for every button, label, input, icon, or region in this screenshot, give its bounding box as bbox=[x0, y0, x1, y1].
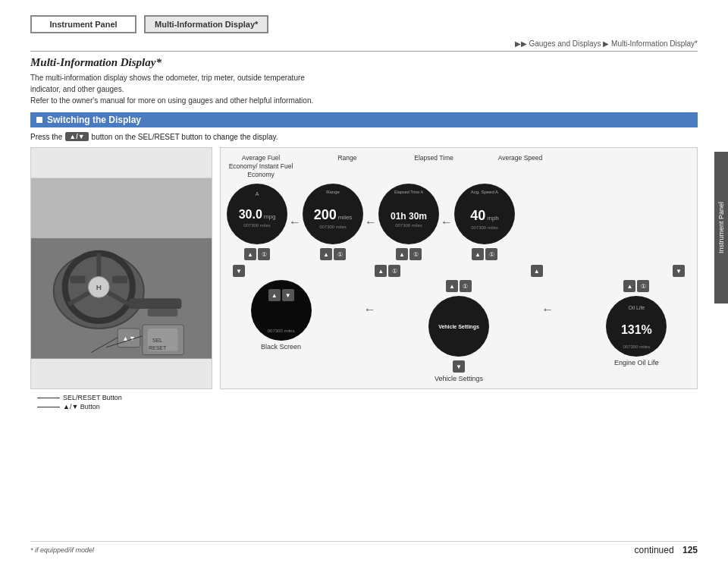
black-screen-label: Black Screen bbox=[261, 343, 301, 351]
right-sidebar: Instrument Panel bbox=[714, 152, 728, 304]
steering-wheel-svg: H SEL RESET ▲▼ bbox=[31, 148, 212, 388]
range-screen-group: Range 200 miles 007300 miles ▲ ① bbox=[303, 184, 363, 260]
svg-rect-10 bbox=[112, 275, 127, 283]
section-description: The multi-information display shows the … bbox=[30, 72, 698, 106]
elapsed-down-btn[interactable]: ① bbox=[410, 248, 422, 260]
fuel-info-btn[interactable]: ▲ bbox=[244, 248, 256, 260]
square-indicator-icon bbox=[36, 117, 42, 123]
main-content: H SEL RESET ▲▼ bbox=[30, 147, 698, 389]
elapsed-odometer: 007300 miles bbox=[395, 223, 422, 228]
oil-odometer: 007300 miles bbox=[623, 344, 650, 349]
settings-up-btn[interactable]: ▲ bbox=[446, 280, 458, 292]
tab-label: Instrument Panel bbox=[49, 20, 117, 29]
breadcrumb: ▶▶ Gauges and Displays ▶ Multi-Informati… bbox=[30, 39, 698, 52]
col-header-elapsed: Elapsed Time bbox=[400, 154, 468, 179]
fuel-value: 30.0 bbox=[239, 208, 262, 222]
oil-value: 131% bbox=[621, 323, 652, 337]
range-down-btn[interactable]: ① bbox=[334, 248, 346, 260]
instruction-text: Press the ▲/▼ button on the SEL/RESET bu… bbox=[30, 132, 698, 141]
svg-text:H: H bbox=[96, 283, 102, 291]
subsection-bar: Switching the Display bbox=[30, 112, 698, 127]
car-labels: SEL/RESET Button ▲/▼ Button bbox=[31, 391, 212, 415]
arrow-elapsed-to-speed: ← bbox=[441, 215, 453, 229]
settings-info-btn[interactable]: ① bbox=[460, 280, 472, 292]
label-line bbox=[37, 398, 60, 398]
fuel-down-btn[interactable]: ① bbox=[258, 248, 270, 260]
up-down-button-icon: ▲/▼ bbox=[65, 132, 88, 141]
settings-screen-label: Vehicle Settings bbox=[435, 375, 483, 382]
fuel-odometer: 007300 miles bbox=[243, 223, 271, 228]
black-down2-btn[interactable]: ▼ bbox=[282, 289, 294, 301]
col-header-fuel: Average Fuel Economy/ Instant Fuel Econo… bbox=[227, 154, 295, 179]
oil-sub-label: Oil Life bbox=[628, 305, 645, 310]
speed-value: 40 bbox=[470, 208, 485, 224]
fuel-unit: mpg bbox=[264, 213, 276, 220]
range-screen: Range 200 miles 007300 miles bbox=[303, 184, 363, 244]
fuel-screen-group: A 30.0 mpg 007300 miles ▲ ① bbox=[227, 184, 287, 260]
speed-screen-group: Avg. Speed A 40 mph 007300 miles ▲ ① bbox=[454, 184, 515, 260]
arrow-settings-to-oil: ← bbox=[541, 303, 554, 316]
arrow-fuel-to-range: ← bbox=[289, 215, 301, 229]
footer-page-info: continued 125 bbox=[635, 545, 698, 555]
elapsed-value: 01h 30m bbox=[391, 211, 427, 222]
speed-screen: Avg. Speed A 40 mph 007300 miles bbox=[454, 184, 515, 244]
settings-screen: Vehicle Settings bbox=[428, 296, 489, 357]
car-image-area: H SEL RESET ▲▼ bbox=[30, 147, 212, 389]
mid-info-btn[interactable]: ▲ bbox=[375, 265, 387, 277]
footer-continued: continued bbox=[635, 545, 674, 555]
top-tabs: Instrument Panel Multi-Information Displ… bbox=[30, 15, 698, 33]
speed-down-btn[interactable]: ① bbox=[485, 248, 497, 260]
black-odometer: 007300 miles bbox=[268, 329, 295, 333]
svg-rect-11 bbox=[129, 298, 181, 309]
left-down-flow-btn[interactable]: ▼ bbox=[233, 265, 245, 277]
elapsed-screen-group: Elapsed Time A 01h 30m 007300 miles ▲ ① bbox=[378, 184, 439, 260]
settings-screen-group: ▲ ① Vehicle Settings ▼ Vehicle Settings bbox=[428, 280, 489, 382]
range-odometer: 007300 miles bbox=[319, 225, 347, 229]
arrow-range-to-elapsed: ← bbox=[365, 215, 377, 229]
speed-info-btn[interactable]: ▲ bbox=[472, 248, 484, 260]
oil-screen: Oil Life 131% 007300 miles bbox=[606, 296, 667, 357]
settings-down-btn[interactable]: ▼ bbox=[453, 360, 465, 373]
oil-screen-group: ▲ ① Oil Life 131% 007300 miles Engine Oi… bbox=[606, 280, 667, 366]
svg-rect-9 bbox=[71, 275, 86, 283]
range-unit: miles bbox=[338, 214, 353, 221]
black-up-btn[interactable]: ▲ bbox=[268, 289, 281, 301]
settings-text: Vehicle Settings bbox=[435, 321, 482, 332]
arrow-black-to-settings: ← bbox=[364, 303, 376, 316]
page-number: 125 bbox=[682, 545, 698, 555]
oil-screen-label: Engine Oil Life bbox=[614, 359, 659, 366]
footer-note: * if equipped/if model bbox=[30, 546, 94, 554]
display-diagram: Average Fuel Economy/ Instant Fuel Econo… bbox=[220, 147, 698, 389]
speed-odometer: 007300 miles bbox=[471, 225, 498, 230]
sel-reset-label: SEL/RESET Button bbox=[37, 394, 206, 401]
speed-unit: mph bbox=[487, 215, 499, 222]
page-container: Instrument Panel Multi-Information Displ… bbox=[0, 0, 728, 563]
black-screen: ▲ ▼ 007300 miles bbox=[251, 280, 312, 341]
section-title: Multi-Information Display* bbox=[30, 56, 698, 69]
col-header-speed: Average Speed bbox=[486, 154, 554, 179]
svg-text:SEL: SEL bbox=[152, 338, 162, 343]
oil-info-btn[interactable]: ① bbox=[637, 280, 649, 292]
right-down-flow-btn[interactable]: ▼ bbox=[673, 265, 685, 277]
label-line bbox=[37, 407, 60, 407]
updown-button-label: ▲/▼ Button bbox=[37, 403, 206, 410]
tab-multi-info[interactable]: Multi-Information Display* bbox=[144, 15, 268, 33]
mid-down-btn[interactable]: ① bbox=[388, 265, 400, 277]
black-screen-group: ▲ ▼ 007300 miles Black Screen bbox=[251, 280, 312, 351]
range-value: 200 bbox=[314, 207, 337, 223]
subsection-title: Switching the Display bbox=[47, 115, 141, 125]
fuel-screen: A 30.0 mpg 007300 miles bbox=[227, 184, 287, 244]
oil-up-btn[interactable]: ▲ bbox=[623, 280, 635, 292]
tab-label: Multi-Information Display* bbox=[155, 20, 258, 29]
col-header-range: Range bbox=[313, 154, 381, 179]
elapsed-info-btn[interactable]: ▲ bbox=[396, 248, 408, 260]
svg-text:RESET: RESET bbox=[149, 345, 167, 351]
svg-text:▲▼: ▲▼ bbox=[122, 335, 136, 342]
svg-rect-12 bbox=[148, 309, 178, 316]
right-up-flow-btn[interactable]: ▲ bbox=[531, 265, 543, 277]
range-info-btn[interactable]: ▲ bbox=[320, 248, 332, 260]
elapsed-screen: Elapsed Time A 01h 30m 007300 miles bbox=[378, 184, 439, 244]
tab-instrument-panel[interactable]: Instrument Panel bbox=[30, 15, 136, 33]
page-footer: * if equipped/if model continued 125 bbox=[30, 541, 698, 555]
